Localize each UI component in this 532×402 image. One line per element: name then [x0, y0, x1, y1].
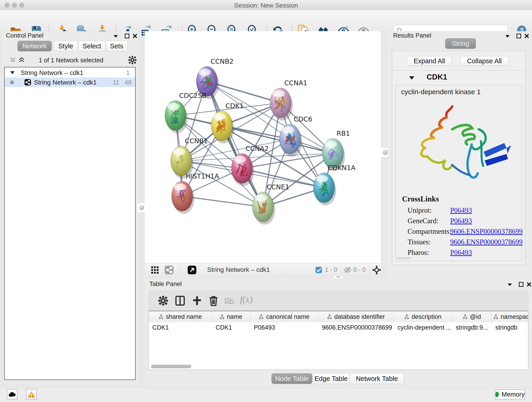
memory-button[interactable]: Memory: [495, 389, 525, 400]
network-node-CCNA1[interactable]: CCNA1: [270, 79, 307, 121]
node-label-CCNB1: CCNB1: [185, 137, 208, 145]
delete-table-icon[interactable]: [224, 297, 234, 305]
add-column-icon[interactable]: [191, 295, 203, 306]
close-panel-icon[interactable]: [131, 32, 139, 39]
network-edge-HIST1H1A-CCNE1[interactable]: [182, 196, 263, 207]
table-cell[interactable]: CDK1: [212, 322, 250, 333]
table-cell[interactable]: 9606.ENSP00000378699: [318, 322, 394, 333]
column-label: canonical name: [266, 313, 309, 320]
gene-symbol: CDK1: [427, 73, 447, 81]
crosslinks-heading: CrossLinks: [402, 195, 439, 203]
column-header-sharedname[interactable]: shared name: [149, 311, 212, 322]
crosslink-uniprot[interactable]: P06493: [450, 206, 472, 215]
column-type-icon: [327, 314, 332, 319]
crosslink-label: Tissues:: [408, 238, 431, 246]
node-count: 11: [113, 79, 119, 86]
string-network-icon: [24, 79, 31, 86]
column-type-icon: [259, 314, 264, 319]
float-panel-icon[interactable]: [506, 281, 514, 288]
table-cell[interactable]: CDK1: [149, 322, 212, 333]
tab-sets[interactable]: Sets: [106, 41, 127, 51]
status-bar: Memory: [0, 387, 532, 402]
table-cell[interactable]: stringdb:9...: [452, 322, 492, 333]
table-panel-title: Table Panel: [149, 281, 182, 288]
network-edge-CCNB2-CCNE1[interactable]: [207, 81, 263, 207]
open-in-window-icon[interactable]: [187, 265, 196, 274]
gene-detail-card: cyclin-dependent kinase 1: [395, 85, 522, 261]
gear-icon[interactable]: [128, 56, 137, 65]
tab-style[interactable]: Style: [54, 41, 78, 51]
collapse-all-button[interactable]: Collapse All: [460, 56, 509, 66]
crosslink-pharos[interactable]: P06493: [450, 249, 472, 257]
crosslink-compartments[interactable]: 9606.ENSP00000378699: [450, 227, 523, 236]
network-node-CDKN1A[interactable]: CDKN1A: [313, 164, 355, 205]
node-label-CDC25B: CDC25B: [179, 92, 207, 99]
collapse-all-icon[interactable]: [9, 56, 17, 64]
tab-network-table[interactable]: Network Table: [350, 373, 404, 384]
tab-edge-table[interactable]: Edge Table: [312, 373, 350, 384]
collapse-entry-icon[interactable]: [409, 75, 415, 80]
network-node-CDC6[interactable]: CDC6: [279, 115, 312, 157]
close-panel-icon[interactable]: [525, 281, 532, 288]
float-panel-icon[interactable]: [504, 32, 511, 39]
network-node-HIST1H1A[interactable]: HIST1H1A: [172, 172, 219, 214]
column-header-name[interactable]: name: [212, 311, 250, 322]
warning-button[interactable]: [26, 389, 37, 400]
crosslink-tissues[interactable]: 9606.ENSP00000378699: [450, 238, 523, 246]
string-panel-icon[interactable]: [165, 265, 174, 274]
column-header-databaseidentifier[interactable]: database identifier: [318, 311, 394, 322]
gene-description: cyclin-dependent kinase 1: [401, 88, 481, 96]
column-header-namespace[interactable]: namespace: [492, 311, 528, 322]
network-node-CCNE1[interactable]: CCNE1: [253, 183, 289, 225]
cloud-button[interactable]: [7, 389, 17, 400]
column-header-description[interactable]: description: [394, 311, 452, 322]
pan-crosshair-icon[interactable]: [372, 265, 381, 274]
table-cell[interactable]: P06493: [250, 322, 318, 333]
hidden-eye-icon[interactable]: [344, 267, 351, 274]
column-type-icon: [493, 314, 498, 319]
table-gear-icon[interactable]: [157, 295, 169, 306]
delete-column-icon[interactable]: [208, 295, 219, 306]
column-header-id[interactable]: @id: [452, 311, 492, 322]
table-horizontal-scrollbar[interactable]: [151, 365, 191, 368]
tab-node-table[interactable]: Node Table: [272, 373, 312, 384]
maximize-panel-icon[interactable]: [515, 32, 523, 39]
column-type-icon: [462, 314, 468, 319]
float-panel-icon[interactable]: [112, 32, 120, 39]
tab-network[interactable]: Network: [17, 41, 52, 51]
results-panel-title: Results Panel: [393, 32, 431, 39]
column-type-icon: [158, 314, 164, 319]
selected-checkbox-icon[interactable]: [315, 267, 322, 274]
column-label: namespace: [500, 313, 528, 320]
birdseye-grid-icon[interactable]: [151, 266, 159, 274]
network-canvas[interactable]: CCNB2CCNA1CDC25BCDK1CDC6RB1CCNB1CCNA2CDK…: [145, 31, 381, 263]
crosslink-label: Pharos:: [408, 249, 429, 257]
expand-all-button[interactable]: Expand All: [407, 56, 452, 66]
results-actions-box: Expand All Collapse All: [392, 51, 525, 71]
close-panel-icon[interactable]: [523, 32, 531, 39]
crosslink-genecard[interactable]: P06493: [450, 217, 472, 225]
network-row[interactable]: String Network – cdk1 11 48: [5, 77, 135, 87]
node-label-CCNE1: CCNE1: [267, 183, 289, 191]
node-label-CCNB2: CCNB2: [210, 57, 234, 65]
expand-all-icon[interactable]: [17, 56, 26, 64]
collection-count: 1: [126, 70, 130, 77]
maximize-panel-icon[interactable]: [517, 281, 525, 288]
collapse-triangle-icon[interactable]: [10, 70, 15, 75]
table-cell[interactable]: cyclin-dependent ...: [394, 322, 452, 333]
network-collection-row[interactable]: String Network – cdk1 1: [5, 68, 135, 77]
node-label-CCNA2: CCNA2: [246, 145, 268, 153]
tab-select[interactable]: Select: [78, 41, 105, 51]
table-toolbar: f(x): [148, 291, 528, 311]
maximize-panel-icon[interactable]: [123, 32, 131, 39]
table-cell[interactable]: stringdb: [492, 322, 528, 333]
select-columns-icon[interactable]: [174, 295, 186, 306]
function-builder-icon[interactable]: f(x): [240, 294, 253, 305]
node-label-CCNA1: CCNA1: [284, 79, 307, 87]
tab-string[interactable]: String: [445, 38, 476, 49]
results-scrollbar[interactable]: [397, 257, 411, 259]
table-row[interactable]: CDK1CDK1P064939606.ENSP00000378699cyclin…: [149, 322, 528, 333]
node-label-CDK1: CDK1: [225, 102, 244, 110]
column-header-canonicalname[interactable]: canonical name: [250, 311, 318, 322]
network-graph[interactable]: CCNB2CCNA1CDC25BCDK1CDC6RB1CCNB1CCNA2CDK…: [145, 31, 381, 263]
